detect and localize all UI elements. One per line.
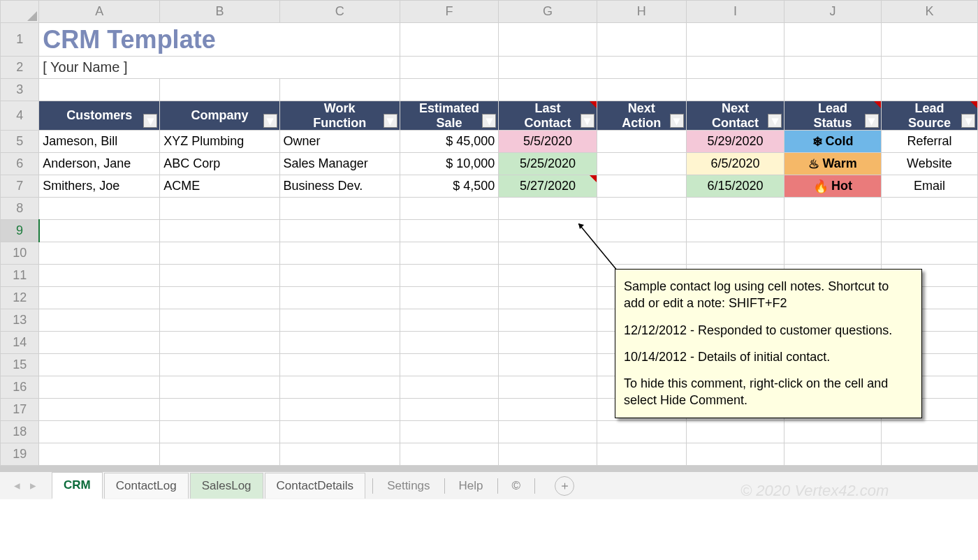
cell[interactable] xyxy=(279,287,400,309)
table-header-next_action[interactable]: NextAction▾ xyxy=(597,101,686,131)
cell[interactable] xyxy=(686,220,784,242)
column-header-J[interactable]: J xyxy=(784,1,882,23)
cell[interactable] xyxy=(39,79,160,101)
cell[interactable] xyxy=(39,354,160,376)
cell[interactable] xyxy=(279,332,400,354)
cell[interactable] xyxy=(499,220,597,242)
cell[interactable] xyxy=(279,265,400,287)
cell[interactable] xyxy=(686,23,784,57)
cell[interactable] xyxy=(400,354,498,376)
sheet-prev-icon[interactable]: ◂ xyxy=(14,478,20,493)
sheet-tab-crm[interactable]: CRM xyxy=(52,472,103,499)
column-header-A[interactable]: A xyxy=(39,1,160,23)
cell[interactable] xyxy=(499,443,597,466)
cell[interactable] xyxy=(597,443,686,466)
cell[interactable] xyxy=(39,309,160,332)
row-header-18[interactable]: 18 xyxy=(1,421,39,443)
cell[interactable] xyxy=(160,287,279,309)
cell[interactable] xyxy=(39,332,160,354)
cell[interactable] xyxy=(160,376,279,399)
cell[interactable] xyxy=(881,443,977,466)
cell[interactable] xyxy=(881,23,977,57)
cell[interactable] xyxy=(499,332,597,354)
select-all-corner[interactable] xyxy=(1,1,39,23)
sheet-tab-help[interactable]: Help xyxy=(452,479,490,493)
filter-dropdown-icon[interactable]: ▾ xyxy=(768,114,782,128)
cell[interactable] xyxy=(400,79,498,101)
cell[interactable] xyxy=(400,57,498,79)
cell[interactable] xyxy=(686,443,784,466)
cell[interactable] xyxy=(499,79,597,101)
cell[interactable] xyxy=(279,79,400,101)
row-header-3[interactable]: 3 xyxy=(1,79,39,101)
row-header-19[interactable]: 19 xyxy=(1,443,39,466)
row-header-12[interactable]: 12 xyxy=(1,287,39,309)
cell[interactable] xyxy=(499,376,597,399)
cell-lead-status[interactable]: ❄ Cold xyxy=(784,131,882,153)
cell[interactable] xyxy=(39,421,160,443)
cell[interactable] xyxy=(400,443,498,466)
cell[interactable] xyxy=(400,287,498,309)
row-header-4[interactable]: 4 xyxy=(1,101,39,131)
cell-next-contact[interactable]: 6/15/2020 xyxy=(686,175,784,198)
cell[interactable] xyxy=(499,309,597,332)
cell[interactable] xyxy=(400,376,498,399)
cell-customer[interactable]: Anderson, Jane xyxy=(39,153,160,175)
row-header-6[interactable]: 6 xyxy=(1,153,39,175)
column-header-G[interactable]: G xyxy=(499,1,597,23)
table-header-work_function[interactable]: WorkFunction▾ xyxy=(279,101,400,131)
filter-dropdown-icon[interactable]: ▾ xyxy=(865,114,879,128)
add-sheet-button[interactable]: ＋ xyxy=(555,476,574,496)
row-header-17[interactable]: 17 xyxy=(1,399,39,421)
cell[interactable] xyxy=(400,332,498,354)
cell[interactable] xyxy=(499,265,597,287)
cell[interactable] xyxy=(784,23,882,57)
cell[interactable] xyxy=(160,265,279,287)
row-header-2[interactable]: 2 xyxy=(1,57,39,79)
filter-dropdown-icon[interactable]: ▾ xyxy=(143,114,157,128)
cell[interactable] xyxy=(160,399,279,421)
row-header-10[interactable]: 10 xyxy=(1,242,39,265)
cell[interactable] xyxy=(881,220,977,242)
cell[interactable] xyxy=(597,242,686,265)
cell[interactable] xyxy=(686,198,784,220)
cell-lead-source[interactable]: Email xyxy=(881,175,977,198)
cell[interactable] xyxy=(400,265,498,287)
cell[interactable] xyxy=(160,354,279,376)
cell[interactable] xyxy=(39,198,160,220)
cell[interactable] xyxy=(400,399,498,421)
cell[interactable] xyxy=(499,421,597,443)
cell[interactable] xyxy=(881,421,977,443)
table-header-next_contact[interactable]: NextContact▾ xyxy=(686,101,784,131)
table-header-estimated_sale[interactable]: EstimatedSale▾ xyxy=(400,101,498,131)
cell-lead-source[interactable]: Referral xyxy=(881,131,977,153)
table-header-customers[interactable]: Customers▾ xyxy=(39,101,160,131)
cell[interactable] xyxy=(784,421,882,443)
cell-next-action[interactable] xyxy=(597,175,686,198)
cell[interactable] xyxy=(784,57,882,79)
cell[interactable] xyxy=(499,242,597,265)
cell-company[interactable]: XYZ Plumbing xyxy=(160,131,279,153)
column-header-K[interactable]: K xyxy=(881,1,977,23)
cell[interactable] xyxy=(597,57,686,79)
cell[interactable] xyxy=(499,198,597,220)
cell[interactable] xyxy=(784,220,882,242)
sheet-tab-copyright[interactable]: © xyxy=(505,479,528,493)
table-header-last_contact[interactable]: LastContact▾ xyxy=(499,101,597,131)
cell[interactable] xyxy=(597,79,686,101)
cell[interactable] xyxy=(499,287,597,309)
cell-company[interactable]: ACME xyxy=(160,175,279,198)
cell[interactable] xyxy=(784,198,882,220)
cell-estimated-sale[interactable]: $ 45,000 xyxy=(400,131,498,153)
column-header-C[interactable]: C xyxy=(279,1,400,23)
row-header-15[interactable]: 15 xyxy=(1,354,39,376)
cell[interactable] xyxy=(881,57,977,79)
cell[interactable] xyxy=(39,376,160,399)
cell[interactable] xyxy=(400,242,498,265)
cell[interactable] xyxy=(279,399,400,421)
cell[interactable] xyxy=(499,57,597,79)
cell[interactable] xyxy=(597,198,686,220)
sheet-tab-contactdetails[interactable]: ContactDetails xyxy=(265,473,366,499)
cell[interactable] xyxy=(400,23,498,57)
filter-dropdown-icon[interactable]: ▾ xyxy=(670,114,684,128)
